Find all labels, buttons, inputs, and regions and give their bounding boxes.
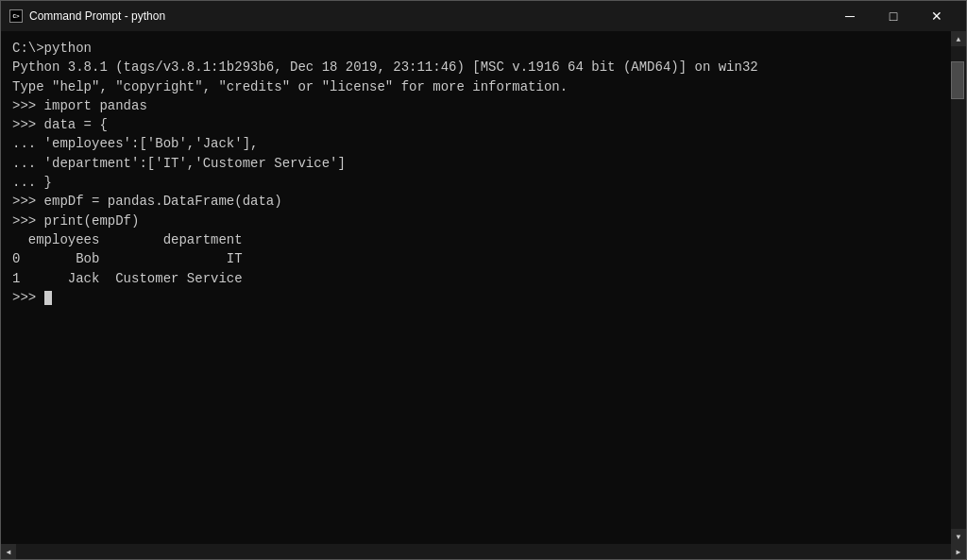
console-line: Python 3.8.1 (tags/v3.8.1:1b293b6, Dec 1…	[12, 58, 940, 76]
window-controls: ─ □ ✕	[828, 1, 959, 31]
console-line: Type "help", "copyright", "credits" or "…	[12, 77, 940, 96]
horizontal-scrollbar-track[interactable]	[16, 544, 951, 559]
maximize-button[interactable]: □	[872, 1, 915, 31]
console-line: ... 'employees':['Bob','Jack'],	[12, 134, 940, 153]
scroll-up-arrow[interactable]: ▲	[951, 31, 966, 46]
vertical-scrollbar[interactable]: ▲ ▼	[951, 31, 966, 544]
console-line: >>> print(empDf)	[12, 212, 940, 230]
minimize-button[interactable]: ─	[828, 1, 872, 31]
scroll-left-arrow[interactable]: ◀	[1, 544, 16, 559]
console-line: ... 'department':['IT','Customer Service…	[12, 154, 940, 173]
title-bar-left: Command Prompt - python	[8, 8, 165, 24]
console-line: C:\>python	[12, 39, 940, 58]
scrollbar-thumb[interactable]	[951, 61, 964, 99]
console-area: C:\>python Python 3.8.1 (tags/v3.8.1:1b2…	[1, 31, 966, 544]
cursor-blink	[44, 291, 52, 305]
console-line: >>> data = {	[12, 115, 940, 134]
console-output[interactable]: C:\>python Python 3.8.1 (tags/v3.8.1:1b2…	[1, 31, 951, 544]
console-line: ... }	[12, 173, 940, 192]
console-line: 0 Bob IT	[12, 249, 940, 268]
console-line: >>> import pandas	[12, 96, 940, 115]
close-button[interactable]: ✕	[915, 1, 959, 31]
horizontal-scrollbar[interactable]: ◀ ▶	[1, 544, 966, 559]
cmd-icon	[8, 8, 24, 24]
console-line: >>> empDf = pandas.DataFrame(data)	[12, 192, 940, 211]
title-bar: Command Prompt - python ─ □ ✕	[1, 1, 966, 31]
console-line: 1 Jack Customer Service	[12, 269, 940, 288]
scrollbar-track[interactable]	[951, 46, 966, 529]
scroll-down-arrow[interactable]: ▼	[951, 529, 966, 544]
scroll-right-arrow[interactable]: ▶	[951, 544, 966, 559]
window-title: Command Prompt - python	[29, 9, 165, 23]
console-line: employees department	[12, 230, 940, 249]
cmd-window: Command Prompt - python ─ □ ✕ C:\>python…	[0, 0, 967, 560]
console-prompt-line: >>>	[12, 288, 940, 307]
